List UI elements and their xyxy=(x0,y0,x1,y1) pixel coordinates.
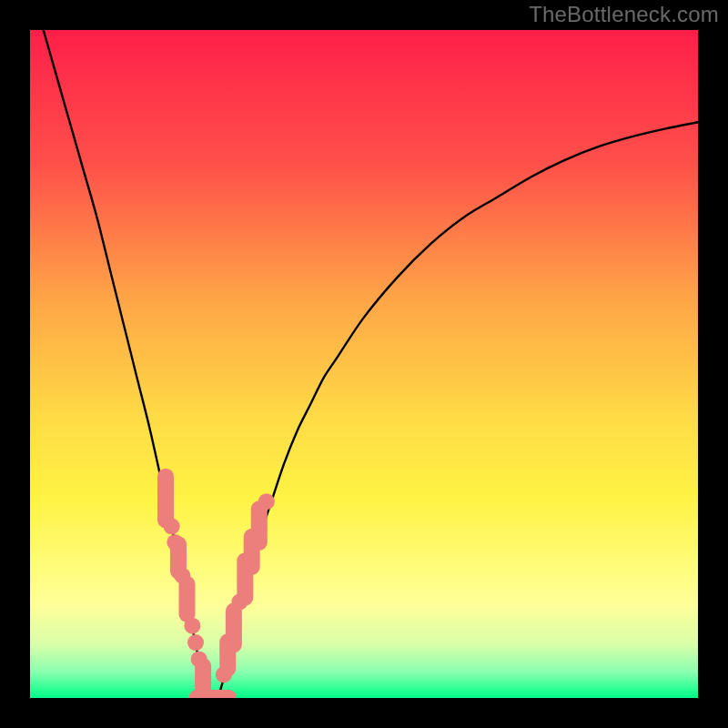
marker-dot xyxy=(258,493,275,510)
plot-area xyxy=(30,30,698,698)
marker-capsule xyxy=(226,603,242,653)
watermark-text: TheBottleneck.com xyxy=(529,2,719,27)
outer-frame: TheBottleneck.com xyxy=(0,0,728,728)
marker-dot xyxy=(187,634,204,651)
marker-capsule xyxy=(197,690,238,698)
marker-dot xyxy=(184,618,200,634)
marker-capsule xyxy=(178,576,195,622)
gradient-background xyxy=(30,30,698,698)
marker-dot xyxy=(164,518,180,534)
chart-svg xyxy=(30,30,698,698)
